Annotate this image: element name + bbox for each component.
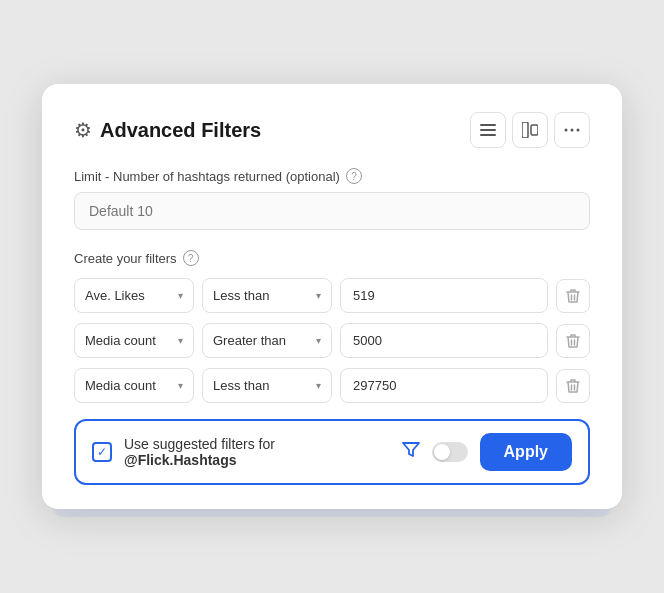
filter-field-3[interactable]: Media count ▾ [74,368,194,403]
svg-rect-4 [531,125,538,135]
trash-icon [566,333,580,349]
filter-row-1: Ave. Likes ▾ Less than ▾ [74,278,590,313]
svg-point-5 [565,129,568,132]
chevron-down-icon: ▾ [316,290,321,301]
delete-filter-3-button[interactable] [556,369,590,403]
filter-operator-1[interactable]: Less than ▾ [202,278,332,313]
filter-operator-3[interactable]: Less than ▾ [202,368,332,403]
list-icon [480,122,496,138]
card-wrapper: ⚙ Advanced Filters [42,84,622,509]
delete-filter-1-button[interactable] [556,279,590,313]
filter-value-1[interactable] [340,278,548,313]
chevron-down-icon: ▾ [316,380,321,391]
limit-section-label: Limit - Number of hashtags returned (opt… [74,168,590,184]
filter-value-2[interactable] [340,323,548,358]
card-header: ⚙ Advanced Filters [74,112,590,148]
filters-help-icon[interactable]: ? [183,250,199,266]
columns-icon [522,122,538,138]
more-options-button[interactable] [554,112,590,148]
svg-rect-1 [480,129,496,131]
filter-view-button[interactable] [512,112,548,148]
delete-filter-2-button[interactable] [556,324,590,358]
svg-rect-0 [480,124,496,126]
list-view-button[interactable] [470,112,506,148]
suggested-label: Use suggested filters for @Flick.Hashtag… [124,436,390,468]
limit-input[interactable] [74,192,590,230]
chevron-down-icon: ▾ [178,380,183,391]
header-actions [470,112,590,148]
filter-value-3[interactable] [340,368,548,403]
advanced-filters-card: ⚙ Advanced Filters [42,84,622,509]
filters-section-label: Create your filters ? [74,250,590,266]
use-suggested-checkbox[interactable]: ✓ [92,442,112,462]
svg-rect-3 [522,122,528,138]
suggested-filters-bar: ✓ Use suggested filters for @Flick.Hasht… [74,419,590,485]
card-title: Advanced Filters [100,119,261,142]
filter-field-2[interactable]: Media count ▾ [74,323,194,358]
more-icon [564,128,580,132]
trash-icon [566,378,580,394]
filter-operator-2[interactable]: Greater than ▾ [202,323,332,358]
toggle-switch[interactable] [432,442,468,462]
checkbox-area: ✓ Use suggested filters for @Flick.Hasht… [92,436,468,468]
svg-point-6 [571,129,574,132]
chevron-down-icon: ▾ [178,335,183,346]
filter-funnel-icon[interactable] [402,442,420,462]
chevron-down-icon: ▾ [316,335,321,346]
trash-icon [566,288,580,304]
card-title-group: ⚙ Advanced Filters [74,118,261,142]
filter-row-3: Media count ▾ Less than ▾ [74,368,590,403]
apply-button[interactable]: Apply [480,433,572,471]
filter-field-1[interactable]: Ave. Likes ▾ [74,278,194,313]
limit-help-icon[interactable]: ? [346,168,362,184]
gear-icon: ⚙ [74,118,92,142]
svg-point-7 [577,129,580,132]
filter-row-2: Media count ▾ Greater than ▾ [74,323,590,358]
svg-rect-2 [480,134,496,136]
chevron-down-icon: ▾ [178,290,183,301]
